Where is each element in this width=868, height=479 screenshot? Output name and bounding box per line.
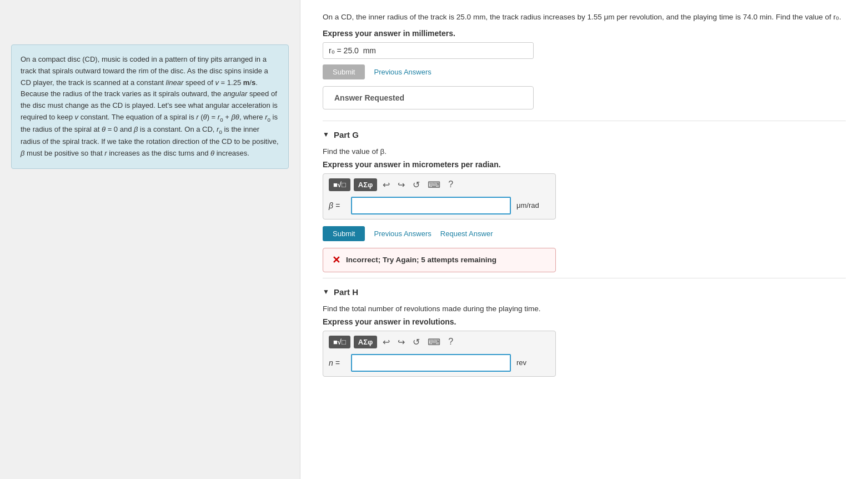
reset-button-h[interactable]: ↺ [410,336,422,348]
previous-answers-link-top[interactable]: Previous Answers [374,68,431,76]
submit-button-g[interactable]: Submit [323,226,365,241]
part-h-math-toolbar: ■√□ AΣφ ↩ ↪ ↺ ⌨ ? n = rev [323,331,556,377]
part-g-input-label: β = [329,201,345,210]
part-h-input-label: n = [329,358,345,367]
part-h-section: ▼ Part H Find the total number of revolu… [323,278,846,377]
part-g-label: Part G [334,130,359,139]
part-h-label: Part H [334,287,358,297]
part-g-description: Find the value of β. [323,147,846,156]
part-g-math-toolbar: ■√□ AΣφ ↩ ↪ ↺ ⌨ ? β = μm/rad [323,173,556,219]
keyboard-button-h[interactable]: ⌨ [425,336,443,348]
keyboard-button-g[interactable]: ⌨ [425,178,443,191]
greek-button-h[interactable]: AΣφ [354,336,378,348]
part-h-unit: rev [516,358,550,367]
chevron-h-icon: ▼ [323,288,329,296]
problem-intro: On a CD, the inner radius of the track i… [323,11,846,23]
r0-answer-input[interactable] [323,42,534,59]
greek-button-g[interactable]: AΣφ [354,178,378,191]
math-template-button-g[interactable]: ■√□ [329,178,350,191]
incorrect-text-g: Incorrect; Try Again; 5 attempts remaini… [346,256,496,264]
help-button-g[interactable]: ? [446,178,455,191]
part-h-express-label: Express your answer in revolutions. [323,317,846,326]
undo-button-h[interactable]: ↩ [380,336,392,348]
math-template-button-h[interactable]: ■√□ [329,336,350,348]
express-label-top: Express your answer in millimeters. [323,29,846,38]
right-panel: On a CD, the inner radius of the track i… [300,0,868,479]
context-box: On a compact disc (CD), music is coded i… [11,44,289,169]
part-h-header[interactable]: ▼ Part H [323,287,846,297]
submit-button-top[interactable]: Submit [323,64,365,79]
help-button-h[interactable]: ? [446,336,455,348]
part-h-description: Find the total number of revolutions mad… [323,305,846,313]
x-icon-g: ✕ [332,254,340,266]
part-g-header[interactable]: ▼ Part G [323,130,846,139]
part-g-section: ▼ Part G Find the value of β. Express yo… [323,121,846,272]
reset-button-g[interactable]: ↺ [410,178,422,191]
part-g-unit: μm/rad [516,201,550,209]
undo-button-g[interactable]: ↩ [380,178,392,191]
redo-button-h[interactable]: ↪ [395,336,407,348]
part-g-answer-input[interactable] [351,197,511,214]
part-g-express-label: Express your answer in micrometers per r… [323,160,846,169]
incorrect-box-g: ✕ Incorrect; Try Again; 5 attempts remai… [323,248,556,272]
part-h-answer-input[interactable] [351,354,511,372]
request-answer-link-g[interactable]: Request Answer [440,229,493,238]
answer-requested-box: Answer Requested [323,86,534,109]
redo-button-g[interactable]: ↪ [395,178,407,191]
previous-answers-link-g[interactable]: Previous Answers [374,229,431,238]
chevron-g-icon: ▼ [323,131,329,138]
